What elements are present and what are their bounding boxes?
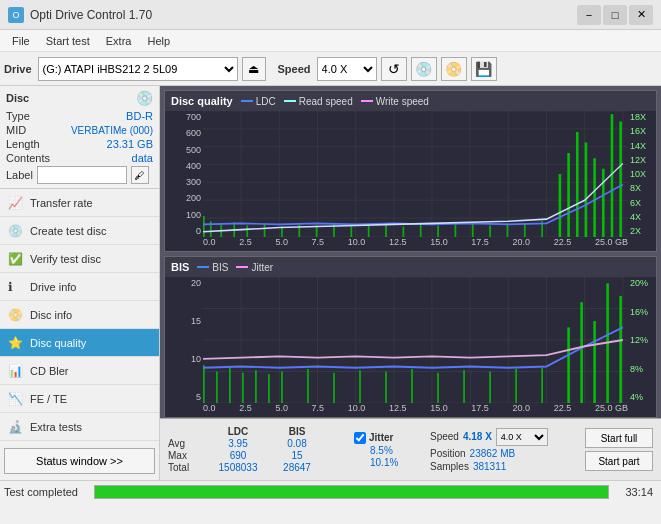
x1-75: 7.5 [312, 237, 325, 251]
y1-right-8x: 8X [630, 183, 654, 193]
status-window-button[interactable]: Status window >> [4, 448, 155, 474]
cd-bler-icon: 📊 [8, 364, 24, 378]
disc-info-icon: 📀 [8, 308, 24, 322]
sidebar-item-fe-te[interactable]: 📉 FE / TE [0, 385, 159, 413]
chart1-y-axis-right: 18X 16X 14X 12X 10X 8X 6X 4X 2X [628, 111, 656, 237]
sidebar-item-create-test-disc-label: Create test disc [30, 225, 106, 237]
svg-rect-23 [246, 225, 248, 237]
disc-contents-label: Contents [6, 152, 50, 164]
app-title: Opti Drive Control 1.70 [30, 8, 152, 22]
y1-right-14x: 14X [630, 141, 654, 151]
drive-select[interactable]: (G:) ATAPI iHBS212 2 5L09 [38, 57, 238, 81]
y2-right-20pct: 20% [630, 278, 654, 288]
menu-file[interactable]: File [4, 33, 38, 49]
sidebar-item-disc-quality[interactable]: ⭐ Disc quality [0, 329, 159, 357]
content-area: Disc quality LDC Read speed Write speed [160, 86, 661, 480]
disc-length-row: Length 23.31 GB [6, 138, 153, 150]
jitter-legend-dot [236, 266, 248, 268]
write-legend-dot [361, 100, 373, 102]
maximize-button[interactable]: □ [603, 5, 627, 25]
chart2-legend-bis: BIS [197, 262, 228, 273]
svg-rect-70 [268, 374, 270, 403]
stats-total-label: Total [168, 462, 204, 473]
x2-0: 0.0 [203, 403, 216, 417]
speed-info-select[interactable]: 4.0 X [496, 428, 548, 446]
y2-label-20: 20 [167, 278, 201, 288]
y1-label-500: 500 [167, 145, 201, 155]
stats-total-row: Total 1508033 28647 [168, 462, 348, 473]
eject-button[interactable]: ⏏ [242, 57, 266, 81]
disc-length-label: Length [6, 138, 40, 150]
jitter-checkbox[interactable] [354, 432, 366, 444]
chart1-y-axis-left: 700 600 500 400 300 200 100 0 [165, 111, 203, 237]
start-part-button[interactable]: Start part [585, 451, 653, 471]
sidebar-item-disc-info[interactable]: 📀 Disc info [0, 301, 159, 329]
disc-length-value: 23.31 GB [107, 138, 153, 150]
svg-rect-74 [359, 370, 361, 403]
sidebar-item-transfer-rate[interactable]: 📈 Transfer rate [0, 189, 159, 217]
ldc-legend-label: LDC [256, 96, 276, 107]
svg-rect-31 [385, 224, 387, 237]
sidebar-item-create-test-disc[interactable]: 💿 Create test disc [0, 217, 159, 245]
svg-rect-30 [368, 225, 370, 237]
stats-avg-ldc: 3.95 [208, 438, 268, 449]
stats-ldc-header: LDC [208, 426, 268, 437]
sidebar-item-drive-info-label: Drive info [30, 281, 76, 293]
sidebar-item-disc-info-label: Disc info [30, 309, 72, 321]
sidebar-item-cd-bler[interactable]: 📊 CD Bler [0, 357, 159, 385]
x2-150: 15.0 [430, 403, 448, 417]
refresh-button[interactable]: ↺ [381, 57, 407, 81]
sidebar-item-verify-test-disc[interactable]: ✅ Verify test disc [0, 245, 159, 273]
stats-total-bis: 28647 [272, 462, 322, 473]
svg-rect-69 [255, 370, 257, 403]
y1-label-200: 200 [167, 193, 201, 203]
y1-label-100: 100 [167, 210, 201, 220]
x1-150: 15.0 [430, 237, 448, 251]
x1-225: 22.5 [554, 237, 572, 251]
progress-bar-fill [95, 486, 608, 498]
svg-rect-68 [242, 373, 244, 403]
close-button[interactable]: ✕ [629, 5, 653, 25]
disc-quality-icon: ⭐ [8, 336, 24, 350]
menu-extra[interactable]: Extra [98, 33, 140, 49]
stats-avg-row: Avg 3.95 0.08 [168, 438, 348, 449]
chart1-x-axis: 0.0 2.5 5.0 7.5 10.0 12.5 15.0 17.5 20.0… [203, 237, 628, 251]
disc-label-input[interactable] [37, 166, 127, 184]
svg-rect-86 [619, 296, 622, 403]
speed-row: Speed 4.18 X 4.0 X [430, 428, 548, 446]
svg-rect-19 [203, 216, 205, 237]
x1-25: 2.5 [239, 237, 252, 251]
speed-select[interactable]: 4.0 X 2.0 X 1.0 X [317, 57, 377, 81]
drive-info-icon: ℹ [8, 280, 24, 294]
save-button[interactable]: 💾 [471, 57, 497, 81]
x2-25: 2.5 [239, 403, 252, 417]
menu-start-test[interactable]: Start test [38, 33, 98, 49]
disc-button1[interactable]: 💿 [411, 57, 437, 81]
disc-button2[interactable]: 📀 [441, 57, 467, 81]
menu-help[interactable]: Help [139, 33, 178, 49]
disc-mid-row: MID VERBATIMe (000) [6, 124, 153, 136]
y2-right-4pct: 4% [630, 392, 654, 402]
sidebar: Disc 💿 Type BD-R MID VERBATIMe (000) Len… [0, 86, 160, 480]
x1-50: 5.0 [275, 237, 288, 251]
sidebar-item-extra-tests[interactable]: 🔬 Extra tests [0, 413, 159, 441]
position-label: Position [430, 448, 466, 459]
disc-label-button[interactable]: 🖋 [131, 166, 149, 184]
svg-rect-37 [489, 225, 491, 237]
svg-rect-41 [559, 174, 562, 237]
x1-0: 0.0 [203, 237, 216, 251]
x2-75: 7.5 [312, 403, 325, 417]
chart1-title: Disc quality [171, 95, 233, 107]
toolbar: Drive (G:) ATAPI iHBS212 2 5L09 ⏏ Speed … [0, 52, 661, 86]
svg-rect-81 [541, 368, 543, 403]
minimize-button[interactable]: − [577, 5, 601, 25]
disc-type-label: Type [6, 110, 30, 122]
y2-right-8pct: 8% [630, 364, 654, 374]
chart1-container: Disc quality LDC Read speed Write speed [164, 90, 657, 252]
sidebar-item-disc-quality-label: Disc quality [30, 337, 86, 349]
sidebar-item-drive-info[interactable]: ℹ Drive info [0, 273, 159, 301]
start-full-button[interactable]: Start full [585, 428, 653, 448]
titlebar: O Opti Drive Control 1.70 − □ ✕ [0, 0, 661, 30]
titlebar-controls: − □ ✕ [577, 5, 653, 25]
svg-rect-67 [229, 368, 231, 403]
